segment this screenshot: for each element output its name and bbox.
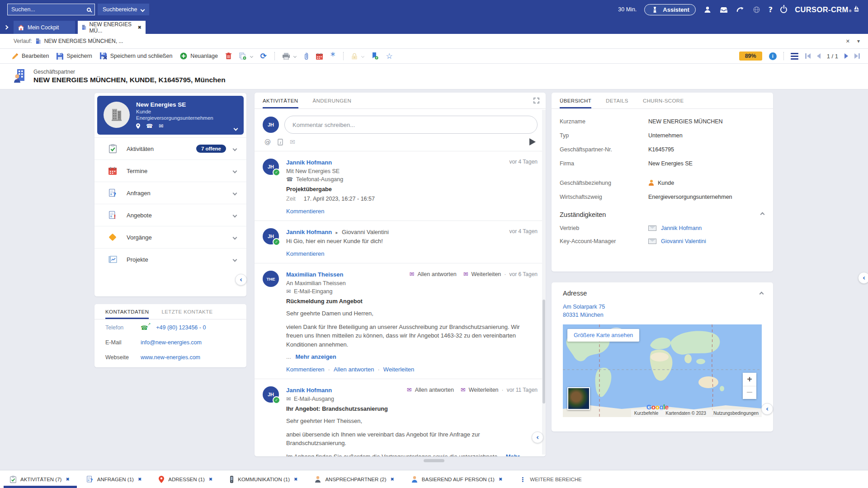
sidebar-item-anfragen[interactable]: ? Anfragen	[94, 182, 246, 204]
mail-icon[interactable]	[648, 239, 656, 244]
tab-kontaktdaten[interactable]: KONTAKTDATEN	[105, 304, 149, 319]
collapse-map-handle[interactable]: ‹	[761, 403, 773, 415]
satellite-view-thumbnail[interactable]	[567, 387, 590, 410]
comment-button[interactable]: Kommentieren	[286, 208, 325, 215]
entry-author-link[interactable]: Maximilian Theissen	[286, 271, 343, 278]
show-more-link[interactable]: Mehr anzeigen	[295, 353, 336, 360]
forward-button[interactable]: Weiterleiten	[472, 271, 501, 277]
close-icon[interactable]: ✖	[66, 477, 69, 482]
score-badge[interactable]: 89%	[739, 52, 762, 61]
feed-scrollbar-thumb[interactable]	[542, 300, 545, 404]
history-current-item[interactable]: NEW ENERGIES MÜNCHEN, ...	[44, 38, 123, 44]
reply-all-icon[interactable]: ✉	[407, 386, 412, 393]
chevron-down-icon[interactable]	[233, 235, 237, 239]
bottom-tab-kommunikation[interactable]: KOMMUNIKATION (1) ✖	[230, 476, 297, 483]
collapse-right-panel-handle[interactable]: ‹	[858, 272, 868, 284]
company-profile-card[interactable]: New Energies SE Kunde Energieversorgungs…	[97, 96, 244, 135]
key-account-manager-link[interactable]: Giovanni Valentini	[661, 238, 706, 244]
help-icon[interactable]: ?	[769, 5, 773, 14]
zoom-in-button[interactable]: +	[747, 373, 752, 386]
collapse-left-panel-handle[interactable]: ‹	[235, 274, 247, 286]
delete-button[interactable]	[226, 52, 231, 60]
mention-icon[interactable]: @	[264, 138, 271, 145]
refresh-icon[interactable]: ⟳	[260, 52, 267, 61]
sidebar-item-aktivitaeten[interactable]: Aktivitäten 7 offene	[94, 137, 246, 160]
forward-button[interactable]: Weiterleiten	[469, 387, 499, 393]
bookmark-add-button[interactable]	[372, 52, 378, 60]
copy-dropdown-icon[interactable]	[250, 54, 253, 57]
bottom-tab-ansprechpartner[interactable]: ANSPRECHPARTNER (2) ✖	[315, 476, 394, 483]
prev-record-button[interactable]	[817, 53, 821, 59]
tab-record-active[interactable]: NEW ENERGIES MÜ... ✖	[78, 21, 146, 34]
tab-uebersicht[interactable]: ÜBERSICHT	[560, 93, 591, 108]
website-link[interactable]: www.new-energies.com	[141, 354, 200, 361]
forward-icon[interactable]: ✉	[461, 386, 466, 393]
larger-map-button[interactable]: Größere Karte ansehen	[567, 329, 639, 342]
forward-button[interactable]: Weiterleiten	[383, 366, 414, 373]
map-widget[interactable]: Größere Karte ansehen * + − Google Kurzb…	[563, 324, 762, 417]
send-comment-icon[interactable]	[529, 138, 536, 145]
reply-all-icon[interactable]: ✉	[410, 271, 415, 277]
horizontal-scrollbar-thumb[interactable]	[424, 459, 444, 462]
zoom-out-button[interactable]: −	[743, 386, 756, 399]
close-icon[interactable]: ✖	[138, 477, 142, 482]
search-areas-dropdown[interactable]: Suchbereiche	[98, 4, 149, 15]
chevron-down-icon[interactable]	[233, 146, 237, 151]
reply-all-button[interactable]: Allen antworten	[417, 271, 456, 277]
search-input[interactable]	[11, 6, 87, 13]
chevron-down-icon[interactable]	[233, 169, 237, 173]
map-shortcuts-link[interactable]: Kurzbefehle	[634, 411, 658, 416]
bottom-tab-anfragen[interactable]: ? ANFRAGEN (1) ✖	[87, 476, 142, 483]
comment-button[interactable]: Kommentieren	[286, 366, 325, 373]
bottom-tab-basierend-auf-person[interactable]: BASIEREND AUF PERSON (1) ✖	[411, 476, 502, 483]
tab-aenderungen[interactable]: ÄNDERUNGEN	[313, 93, 352, 108]
email-icon[interactable]: ✉	[290, 138, 295, 145]
search-icon[interactable]	[87, 8, 91, 12]
feed-scrollbar-track[interactable]	[542, 110, 546, 455]
tab-details[interactable]: DETAILS	[606, 93, 628, 108]
lock-dropdown-icon[interactable]	[361, 54, 364, 57]
save-button[interactable]: Speichern	[57, 53, 92, 60]
entry-author-link[interactable]: Jannik Hofmann	[286, 159, 332, 166]
sales-owner-link[interactable]: Jannik Hofmann	[661, 225, 702, 231]
redo-icon[interactable]	[736, 6, 745, 14]
close-icon[interactable]: ✖	[209, 477, 212, 482]
forward-icon[interactable]: ✉	[463, 271, 468, 277]
next-record-button[interactable]	[844, 53, 848, 59]
reply-all-button[interactable]: Allen antworten	[415, 387, 454, 393]
info-icon[interactable]: i	[769, 52, 777, 60]
favorite-star-icon[interactable]: ☆	[386, 52, 393, 61]
comment-button[interactable]: Kommentieren	[286, 250, 325, 257]
workflow-icon[interactable]: *	[330, 54, 335, 58]
user-icon[interactable]	[703, 6, 712, 14]
tab-aktivitaeten[interactable]: AKTIVITÄTEN	[263, 93, 298, 108]
mail-icon[interactable]	[648, 225, 656, 231]
menu-icon[interactable]	[791, 53, 798, 60]
bottom-tab-aktivitaeten[interactable]: AKTIVITÄTEN (7) ✖	[10, 476, 70, 483]
calendar-button[interactable]	[316, 53, 323, 60]
close-tab-icon[interactable]: ✖	[138, 25, 142, 30]
global-search[interactable]	[7, 4, 95, 15]
city-link[interactable]: 80331 München	[563, 311, 762, 319]
close-icon[interactable]: ✖	[499, 477, 502, 482]
print-dropdown-icon[interactable]	[293, 54, 297, 57]
save-close-button[interactable]: Speichern und schließen	[100, 52, 173, 60]
sidebar-item-termine[interactable]: Termine	[94, 160, 246, 182]
street-link[interactable]: Am Solarpark 75	[563, 303, 762, 311]
print-button[interactable]	[283, 53, 296, 60]
chevron-down-icon[interactable]	[233, 213, 237, 217]
inbox-icon[interactable]	[720, 6, 728, 14]
attachment-button[interactable]	[304, 52, 308, 60]
sidebar-item-angebote[interactable]: ! Angebote	[94, 204, 246, 226]
reply-all-button[interactable]: Allen antworten	[334, 366, 374, 373]
chevron-down-icon[interactable]	[233, 257, 237, 262]
comment-input[interactable]	[284, 116, 538, 134]
tab-churn-score[interactable]: CHURN-SCORE	[643, 93, 684, 108]
collapse-feed-panel-handle[interactable]: ‹	[532, 432, 543, 443]
close-icon[interactable]: ✖	[294, 477, 297, 482]
close-icon[interactable]: ✕	[846, 38, 850, 44]
tab-letzte-kontakte[interactable]: LETZTE KONTAKTE	[161, 304, 212, 319]
logout-icon[interactable]	[780, 6, 787, 13]
new-record-button[interactable]: Neuanlage	[180, 52, 217, 60]
entry-author-link[interactable]: Jannik Hofmann	[286, 387, 332, 394]
